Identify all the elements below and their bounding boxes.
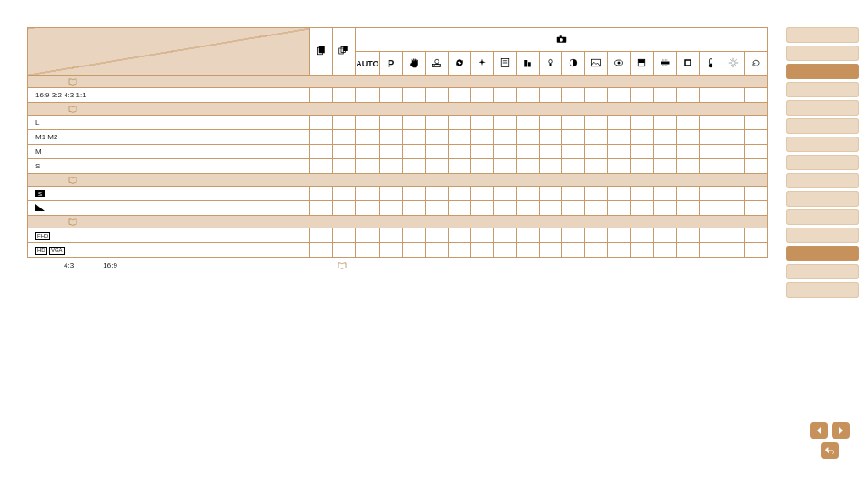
sidebar-tab[interactable] [786,46,859,61]
sidebar-tab[interactable] [786,137,859,152]
cell [425,130,448,145]
cell [562,243,585,258]
svg-rect-22 [639,59,646,63]
cell [402,116,425,130]
prev-button[interactable] [810,422,828,439]
cell [744,130,767,145]
cell [585,130,608,145]
mode-face [425,52,448,76]
cell [356,201,379,216]
cell [653,88,676,103]
sidebar-tab[interactable] [786,246,859,261]
cell [722,116,744,130]
cell [402,228,425,243]
sidebar-tabs [786,27,859,300]
cell [379,187,402,201]
cell [676,187,699,201]
sidebar-tab[interactable] [786,64,859,79]
sidebar-tab[interactable] [786,282,859,298]
sidebar-tab[interactable] [786,100,859,116]
sidebar-tab[interactable] [786,191,859,207]
cell [517,228,540,243]
sidebar-tab[interactable] [786,118,859,134]
sidebar-tab[interactable] [786,155,859,170]
svg-point-15 [549,59,553,64]
cell [402,243,425,258]
cell [425,201,448,216]
cell [653,159,676,174]
cell [356,228,379,243]
cell [699,228,722,243]
cell [310,116,333,130]
cell [493,116,516,130]
cell [402,145,425,159]
cell [699,88,722,103]
svg-rect-13 [524,60,527,67]
cell [631,228,653,243]
cell [402,187,425,201]
sidebar-tab[interactable] [786,82,859,97]
svg-rect-23 [661,61,669,64]
cell [631,130,653,145]
sidebar-tab[interactable] [786,209,859,225]
cell [653,145,676,159]
cell [562,145,585,159]
svg-rect-16 [550,63,552,65]
cell [379,159,402,174]
cell [470,228,493,243]
cell [608,116,631,130]
svg-point-28 [732,60,736,65]
cell [402,130,425,145]
cell [333,243,356,258]
cell [448,159,470,174]
cell [540,243,562,258]
row-label: S [28,187,310,201]
cell [699,159,722,174]
cell [631,116,653,130]
row-label: FHD [28,228,310,243]
cell [722,228,744,243]
svg-point-27 [708,63,712,67]
cell [653,187,676,201]
sidebar-tab[interactable] [786,27,859,43]
book-icon [68,77,77,86]
section-header [28,76,768,88]
pager [810,422,850,459]
svg-rect-14 [528,62,531,66]
cell [540,228,562,243]
cell [608,145,631,159]
sidebar-tab[interactable] [786,228,859,243]
cell [562,159,585,174]
cell [699,201,722,216]
svg-point-20 [618,61,621,64]
cell [540,187,562,201]
cell [744,243,767,258]
cell [379,130,402,145]
cell [356,130,379,145]
cell [676,201,699,216]
row-label: S [28,159,310,174]
cell [493,201,516,216]
cell [448,88,470,103]
cell [448,116,470,130]
next-button[interactable] [832,422,850,439]
sidebar-tab[interactable] [786,173,859,188]
mode-col-1 [333,28,356,76]
cell [585,243,608,258]
mode-col-0 [310,28,333,76]
cell [493,228,516,243]
cell [631,145,653,159]
cell [585,88,608,103]
svg-rect-1 [319,46,325,53]
cell [470,145,493,159]
cell [310,145,333,159]
cell [676,88,699,103]
cell [562,88,585,103]
cell [333,88,356,103]
sidebar-tab[interactable] [786,264,859,279]
cell [379,145,402,159]
cell [608,159,631,174]
cell [333,159,356,174]
back-button[interactable] [821,442,839,459]
cell [744,187,767,201]
